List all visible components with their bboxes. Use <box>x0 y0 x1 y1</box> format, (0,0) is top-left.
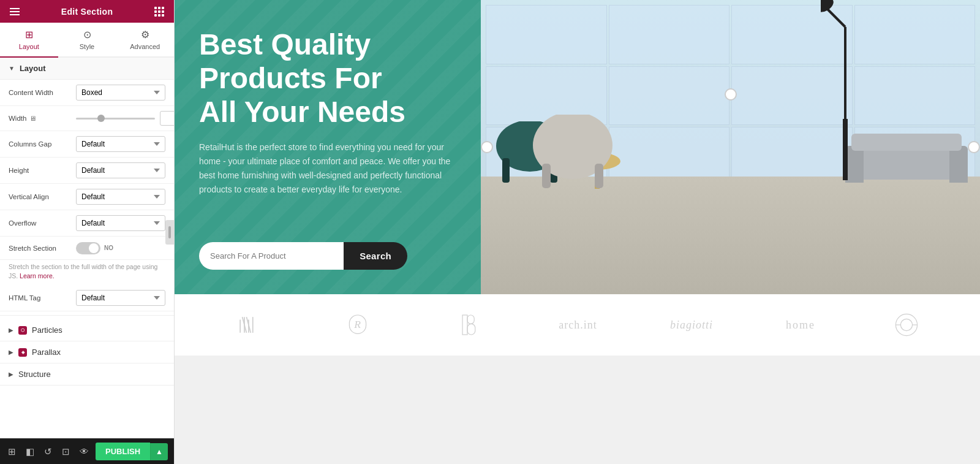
floor <box>481 177 980 294</box>
stretch-note: Stretch the section to the full width of… <box>0 260 174 285</box>
width-slider[interactable] <box>76 118 155 120</box>
content-width-select[interactable]: Boxed Full Width <box>76 85 165 101</box>
responsive-icon[interactable]: ⊡ <box>60 444 72 459</box>
parallax-icon: ◈ <box>18 348 27 357</box>
svg-rect-1 <box>844 27 846 125</box>
window-pane <box>486 5 607 64</box>
monitor-icon: 🖥 <box>29 115 36 122</box>
hero-search-bar: Search <box>199 242 407 270</box>
home-label: home <box>786 319 815 332</box>
svg-rect-0 <box>843 119 848 180</box>
floor-lamp <box>821 0 870 183</box>
height-field: Height Default Full Height Min Height <box>0 158 174 184</box>
height-control: Default Full Height Min Height <box>76 162 165 178</box>
stretch-section-control: NO <box>76 242 165 254</box>
publish-dropdown-button[interactable]: ▲ <box>150 443 168 460</box>
window-pane <box>854 66 976 126</box>
width-field: Width 🖥 <box>0 106 174 131</box>
brand-logo-4: arch.int <box>559 319 597 332</box>
hero-search-button[interactable]: Search <box>344 242 407 270</box>
html-tag-label: HTML Tag <box>9 294 76 302</box>
html-tag-select[interactable]: Default header main footer article secti… <box>76 290 165 306</box>
width-number-input[interactable] <box>160 111 174 126</box>
style-tab-icon: ⊙ <box>83 29 91 40</box>
particles-section[interactable]: ▶ ⬡ Particles <box>0 319 174 341</box>
hero-image <box>481 0 980 294</box>
window-pane <box>609 66 730 126</box>
stretch-section-toggle[interactable] <box>76 242 100 254</box>
brand-logo-5: biagiotti <box>670 319 713 332</box>
columns-gap-control: Default No Gap Narrow Extended Wide <box>76 136 165 152</box>
chair-light <box>530 115 616 188</box>
brand-logo-3 <box>449 313 486 337</box>
svg-rect-24 <box>462 315 467 335</box>
grid-apps-icon[interactable] <box>154 7 164 17</box>
hero-title: Best Quality Products For All Your Needs <box>199 28 456 129</box>
hero-search-input[interactable] <box>199 242 344 270</box>
window-pane <box>854 5 976 64</box>
structure-section[interactable]: ▶ Structure <box>0 363 174 386</box>
columns-gap-select[interactable]: Default No Gap Narrow Extended Wide <box>76 136 165 152</box>
hero-section: Best Quality Products For All Your Needs… <box>175 0 980 294</box>
tab-advanced[interactable]: ⚙ Advanced <box>116 23 174 58</box>
publish-button[interactable]: PUBLISH <box>96 443 150 460</box>
bottom-bar: ⊞ ◧ ↺ ⊡ 👁 PUBLISH ▲ <box>0 438 174 464</box>
particles-label: Particles <box>32 325 62 335</box>
overflow-control: Default Hidden <box>76 215 165 231</box>
layers-icon[interactable]: ⊞ <box>6 444 18 459</box>
tab-bar: ⊞ Layout ⊙ Style ⚙ Advanced <box>0 23 174 58</box>
left-resize-handle[interactable] <box>481 141 493 153</box>
hero-right-panel <box>481 0 980 294</box>
learn-more-link[interactable]: Learn more. <box>20 272 55 280</box>
vertical-align-field: Vertical Align Default Top Middle Bottom <box>0 184 174 210</box>
advanced-tab-icon: ⚙ <box>141 29 149 40</box>
layout-section-label: Layout <box>20 64 46 73</box>
svg-rect-25 <box>467 315 474 324</box>
panel-resize-handle[interactable] <box>165 220 174 245</box>
stretch-section-label: Stretch Section <box>9 245 76 252</box>
panel-header: Edit Section <box>0 0 174 23</box>
hero-description: RetailHut is the perfect store to find e… <box>199 140 456 197</box>
structure-chevron-icon: ▶ <box>9 371 13 378</box>
vertical-align-control: Default Top Middle Bottom <box>76 189 165 205</box>
brand-logo-1 <box>230 313 266 337</box>
right-resize-handle[interactable] <box>968 141 980 153</box>
vertical-align-select[interactable]: Default Top Middle Bottom <box>76 189 165 205</box>
svg-line-2 <box>827 9 845 27</box>
content-width-label: Content Width <box>9 89 76 96</box>
particles-chevron-icon: ▶ <box>9 327 13 333</box>
bottom-icons: ⊞ ◧ ↺ ⊡ 👁 <box>6 444 91 459</box>
publish-button-group: PUBLISH ▲ <box>96 443 168 460</box>
svg-rect-8 <box>542 164 551 188</box>
tab-advanced-label: Advanced <box>130 43 160 50</box>
brands-section: R arch.int biagiotti home <box>175 294 980 356</box>
width-label: Width 🖥 <box>9 115 76 122</box>
html-tag-control: Default header main footer article secti… <box>76 290 165 306</box>
overflow-label: Overflow <box>9 219 76 227</box>
right-area: Best Quality Products For All Your Needs… <box>175 0 980 464</box>
top-resize-handle[interactable] <box>725 88 737 101</box>
brand-logo-2: R <box>339 313 376 337</box>
panel-title: Edit Section <box>61 7 113 17</box>
layout-tab-icon: ⊞ <box>25 29 33 40</box>
svg-rect-12 <box>949 146 968 183</box>
overflow-select[interactable]: Default Hidden <box>76 215 165 231</box>
tab-style[interactable]: ⊙ Style <box>58 23 116 58</box>
tab-layout-label: Layout <box>19 43 39 50</box>
parallax-section[interactable]: ▶ ◈ Parallax <box>0 341 174 363</box>
tab-layout[interactable]: ⊞ Layout <box>0 23 58 58</box>
content-width-field: Content Width Boxed Full Width <box>0 80 174 106</box>
eye-icon[interactable]: 👁 <box>78 444 91 458</box>
columns-gap-label: Columns Gap <box>9 140 76 148</box>
height-select[interactable]: Default Full Height Min Height <box>76 162 165 178</box>
biagiotti-label: biagiotti <box>670 319 713 332</box>
hamburger-menu-icon[interactable] <box>10 8 20 15</box>
layout-chevron-icon: ▼ <box>9 65 15 72</box>
svg-rect-26 <box>467 324 475 335</box>
arch-int-label: arch.int <box>559 319 597 332</box>
particles-icon: ⬡ <box>18 326 27 335</box>
history-icon[interactable]: ↺ <box>42 444 54 459</box>
widgets-icon[interactable]: ◧ <box>24 444 36 459</box>
panel-content: ▼ Layout Content Width Boxed Full Width … <box>0 58 174 438</box>
layout-section-header[interactable]: ▼ Layout <box>0 58 174 80</box>
